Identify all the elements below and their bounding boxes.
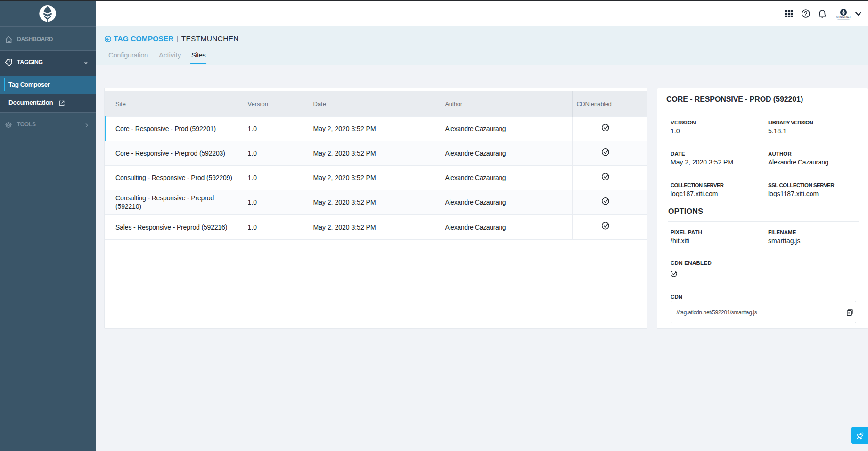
svg-text:AT INTERNET: AT INTERNET <box>836 16 852 18</box>
